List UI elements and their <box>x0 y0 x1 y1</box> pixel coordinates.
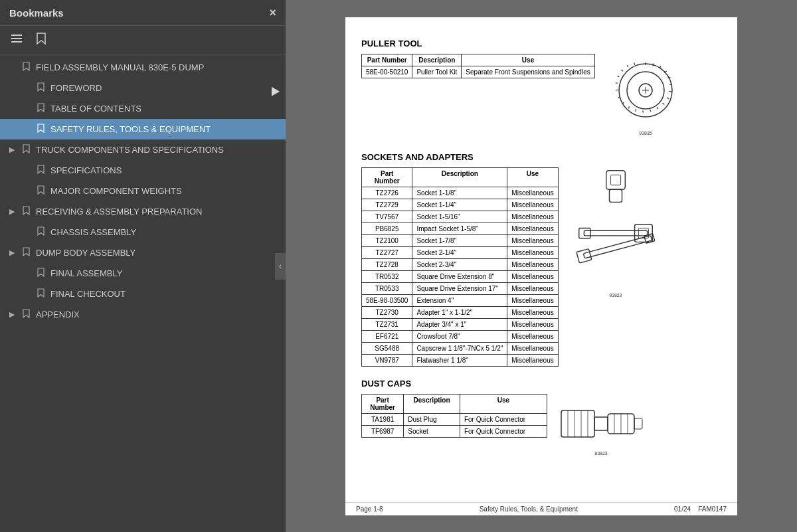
cell-part: TZ2100 <box>362 234 412 246</box>
sidebar-item-specifications[interactable]: SPECIFICATIONS <box>0 160 286 181</box>
svg-rect-0 <box>11 35 22 36</box>
cell-part: TZ2726 <box>362 187 412 199</box>
sidebar-item-chassis-assembly[interactable]: CHASSIS ASSEMBLY <box>0 222 286 242</box>
cell-desc: Socket <box>404 425 460 437</box>
table-row: EF6721Crowsfoot 7/8"Miscellaneous <box>362 330 559 342</box>
table-row: TZ2731Adapter 3/4" x 1"Miscellaneous <box>362 318 559 330</box>
bookmark-icon <box>37 288 46 300</box>
cell-use: Miscellaneous <box>507 270 558 282</box>
sidebar-item-label: FINAL ASSEMBLY <box>50 268 122 278</box>
page-footer: Page 1-8 Safety Rules, Tools, & Equipmen… <box>345 502 737 515</box>
expand-arrow-icon: ▶ <box>9 310 19 319</box>
svg-rect-32 <box>610 175 620 185</box>
cell-desc: Flatwasher 1 1/8" <box>412 354 507 366</box>
cell-use: Miscellaneous <box>507 187 558 199</box>
table-row: SG5488Capscrew 1 1/8"-7NCx 5 1/2"Miscell… <box>362 342 559 354</box>
sidebar-item-final-assembly[interactable]: FINAL ASSEMBLY <box>0 263 286 284</box>
sidebar-item-label: TABLE OF CONTENTS <box>50 104 141 114</box>
cell-part: TZ2729 <box>362 199 412 211</box>
list-view-button[interactable] <box>7 30 27 50</box>
sidebar-item-field-assembly[interactable]: FIELD ASSEMBLY MANUAL 830E-5 DUMP <box>0 57 286 78</box>
collapse-handle[interactable]: ‹ <box>275 253 286 280</box>
sidebar-title: Bookmarks <box>9 7 64 19</box>
cell-use: Miscellaneous <box>507 246 558 258</box>
sidebar-item-appendix[interactable]: ▶APPENDIX <box>0 304 286 325</box>
cell-desc: Socket 2-3/4" <box>412 258 507 270</box>
cell-use: For Quick Connector <box>460 425 547 437</box>
bookmark-view-button[interactable] <box>32 30 50 50</box>
col-description: Description <box>412 54 462 66</box>
svg-line-22 <box>616 90 618 90</box>
sidebar-item-label: RECEIVING & ASSEMBLY PREPARATION <box>36 207 202 217</box>
table-row: VN9787Flatwasher 1 1/8"Miscellaneous <box>362 354 559 366</box>
cell-desc: Capscrew 1 1/8"-7NCx 5 1/2" <box>412 342 507 354</box>
dust-col-part: PartNumber <box>362 394 404 413</box>
cell-use: Miscellaneous <box>507 234 558 246</box>
sidebar-item-safety-rules[interactable]: SAFETY RULES, TOOLS & EQUIPMENT <box>0 119 286 139</box>
cell-desc: Socket 2-1/4" <box>412 246 507 258</box>
cell-desc: Dust Plug <box>404 413 460 425</box>
sidebar-item-label: MAJOR COMPONENT WEIGHTS <box>50 186 182 196</box>
sidebar-item-final-checkout[interactable]: FINAL CHECKOUT <box>0 284 286 304</box>
cell-part: 58E-00-50210 <box>362 66 412 78</box>
puller-tool-diagram: 93835 <box>606 54 685 140</box>
footer-date: 01/24 <box>674 505 691 513</box>
cell-use: Miscellaneous <box>507 282 558 294</box>
cell-part: TR0532 <box>362 270 412 282</box>
cell-use: Miscellaneous <box>507 318 558 330</box>
sidebar-item-table-of-contents[interactable]: TABLE OF CONTENTS <box>0 98 286 119</box>
dust-caps-table-wrapper: PartNumber Description Use TA1981Dust Pl… <box>361 394 547 438</box>
table-row: TF6987SocketFor Quick Connector <box>362 425 547 437</box>
bookmark-icon <box>23 309 32 320</box>
cell-part: TZ2730 <box>362 306 412 318</box>
sidebar-item-receiving-assembly[interactable]: ▶RECEIVING & ASSEMBLY PREPARATION <box>0 201 286 222</box>
table-row: TZ2727Socket 2-1/4"Miscellaneous <box>362 246 559 258</box>
cell-desc: Impact Socket 1-5/8" <box>412 222 507 234</box>
cell-part: SG5488 <box>362 342 412 354</box>
cell-part: TA1981 <box>362 413 404 425</box>
cell-use: Miscellaneous <box>507 222 558 234</box>
cell-part: TZ2731 <box>362 318 412 330</box>
sockets-table-wrapper: PartNumber Description Use TZ2726Socket … <box>361 167 559 367</box>
cell-desc: Square Drive Extension 8" <box>412 270 507 282</box>
sidebar-item-foreword[interactable]: FOREWORD <box>0 78 286 98</box>
expand-arrow-icon: ▶ <box>9 145 19 154</box>
cell-desc: Square Drive Extension 17" <box>412 282 507 294</box>
bookmark-icon <box>37 165 46 176</box>
sidebar-item-label: FOREWORD <box>50 83 102 93</box>
dust-caps-diagram: 83823 <box>558 394 644 460</box>
table-row: TA1981Dust PlugFor Quick Connector <box>362 413 547 425</box>
footer-page: Page 1-8 <box>356 505 383 513</box>
sockets-title: SOCKETS AND ADAPTERS <box>361 152 721 162</box>
cell-use: Miscellaneous <box>507 199 558 211</box>
svg-line-25 <box>621 70 623 71</box>
dust-caps-section: PartNumber Description Use TA1981Dust Pl… <box>361 394 721 460</box>
cell-desc: Crowsfoot 7/8" <box>412 330 507 342</box>
col-part-number: Part Number <box>362 54 412 66</box>
dust-col-use: Use <box>460 394 547 413</box>
sidebar-item-major-component[interactable]: MAJOR COMPONENT WEIGHTS <box>0 181 286 201</box>
svg-line-13 <box>667 98 669 99</box>
sidebar-item-truck-components[interactable]: ▶TRUCK COMPONENTS AND SPECIFICATIONS <box>0 139 286 160</box>
cell-use: For Quick Connector <box>460 413 547 425</box>
cell-desc: Socket 1-1/4" <box>412 199 507 211</box>
sidebar-item-label: DUMP BODY ASSEMBLY <box>36 248 135 258</box>
sidebar-item-dump-body[interactable]: ▶DUMP BODY ASSEMBLY <box>0 242 286 263</box>
puller-tool-title: PULLER TOOL <box>361 39 721 48</box>
sidebar-toolbar <box>0 26 286 54</box>
sidebar-item-label: SPECIFICATIONS <box>50 165 122 175</box>
sidebar-header: Bookmarks × <box>0 0 286 26</box>
sock-col-part: PartNumber <box>362 167 412 187</box>
svg-rect-1 <box>11 38 22 39</box>
cell-desc: Puller Tool Kit <box>412 66 462 78</box>
expand-arrow-icon: ▶ <box>9 248 19 257</box>
sock-col-use: Use <box>507 167 558 187</box>
table-row: TR0533Square Drive Extension 17"Miscella… <box>362 282 559 294</box>
puller-tool-section: Part Number Description Use 58E-00-50210… <box>361 54 721 140</box>
svg-line-20 <box>622 102 624 104</box>
svg-line-24 <box>617 76 619 76</box>
cell-use: Miscellaneous <box>507 294 558 306</box>
table-row: TZ2100Socket 1-7/8"Miscellaneous <box>362 234 559 246</box>
dust-caps-title: DUST CAPS <box>361 379 721 389</box>
sidebar-close-button[interactable]: × <box>269 7 276 19</box>
